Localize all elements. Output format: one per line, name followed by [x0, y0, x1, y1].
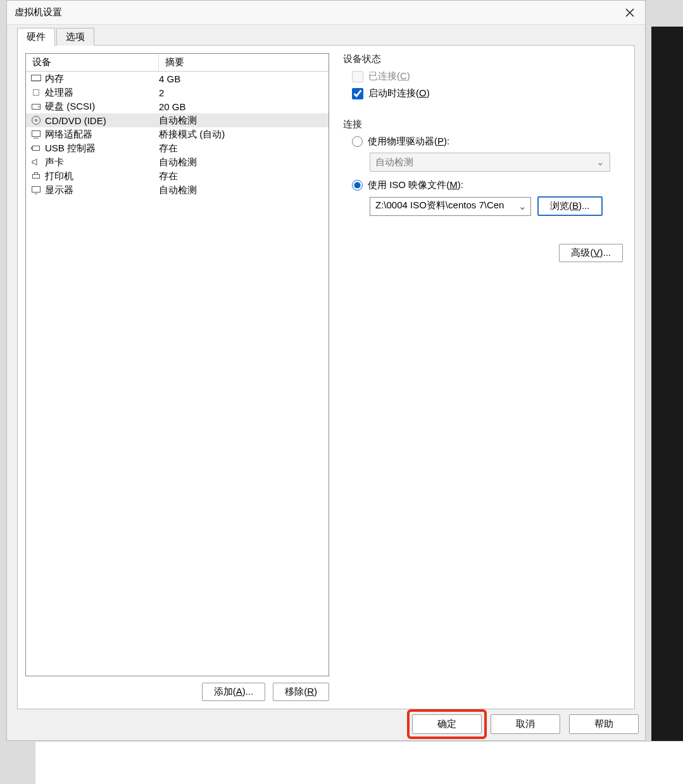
device-summary: 存在 — [159, 142, 325, 155]
device-status-group: 设备状态 已连接(C) 启动时连接(O) — [343, 53, 623, 104]
device-row[interactable]: 网络适配器桥接模式 (自动) — [26, 127, 329, 141]
tabs: 硬件 选项 — [7, 25, 645, 45]
titlebar: 虚拟机设置 — [7, 1, 645, 25]
iso-file-label: 使用 ISO 映像文件(M): — [368, 179, 463, 191]
connect-at-poweron-row[interactable]: 启动时连接(O) — [352, 87, 623, 99]
device-row[interactable]: 处理器2 — [26, 85, 329, 99]
device-row[interactable]: 打印机存在 — [26, 169, 329, 183]
svg-rect-9 — [33, 175, 40, 179]
cancel-button[interactable]: 取消 — [491, 714, 560, 734]
tab-hardware[interactable]: 硬件 — [17, 28, 55, 46]
browse-button[interactable]: 浏览(B)... — [537, 196, 603, 216]
svg-rect-10 — [35, 173, 38, 175]
device-name: 声卡 — [45, 156, 159, 168]
device-summary: 自动检测 — [159, 115, 325, 127]
dialog-footer: 确定 取消 帮助 — [7, 714, 645, 740]
device-name: 内存 — [45, 73, 159, 85]
connect-at-poweron-checkbox[interactable] — [352, 88, 363, 99]
device-row[interactable]: CD/DVD (IDE)自动检测 — [26, 113, 329, 127]
physical-drive-label: 使用物理驱动器(P): — [368, 136, 449, 148]
svg-rect-0 — [32, 75, 41, 81]
device-name: 网络适配器 — [45, 129, 159, 141]
device-name: CD/DVD (IDE) — [45, 115, 159, 126]
physical-drive-radio[interactable] — [352, 136, 363, 147]
device-row[interactable]: 硬盘 (SCSI)20 GB — [26, 99, 329, 113]
device-name: USB 控制器 — [45, 142, 159, 155]
svg-rect-1 — [34, 90, 39, 96]
sound-icon — [30, 156, 42, 168]
connected-checkbox-row: 已连接(C) — [352, 70, 623, 82]
iso-file-radio-row[interactable]: 使用 ISO 映像文件(M): — [352, 179, 623, 191]
right-column: 设备状态 已连接(C) 启动时连接(O) — [339, 53, 627, 701]
add-button[interactable]: 添加(A)... — [202, 683, 266, 701]
tab-panel: 设备 摘要 内存4 GB处理器2硬盘 (SCSI)20 GBCD/DVD (ID… — [17, 45, 635, 709]
close-icon — [625, 8, 634, 17]
vm-settings-dialog: 虚拟机设置 硬件 选项 设备 摘要 内存4 GB处理器2硬盘 (SCSI)20 … — [6, 0, 646, 741]
svg-rect-7 — [33, 146, 40, 151]
iso-file-radio[interactable] — [352, 180, 363, 191]
help-button[interactable]: 帮助 — [569, 714, 639, 734]
connect-at-poweron-label: 启动时连接(O) — [368, 87, 430, 99]
device-summary: 4 GB — [159, 73, 325, 84]
left-column: 设备 摘要 内存4 GB处理器2硬盘 (SCSI)20 GBCD/DVD (ID… — [25, 53, 329, 701]
disc-icon — [30, 114, 42, 127]
device-table-header: 设备 摘要 — [26, 54, 329, 72]
ok-button[interactable]: 确定 — [412, 714, 482, 734]
display-icon — [30, 184, 42, 196]
connection-group: 连接 使用物理驱动器(P): 自动检测 ⌄ — [343, 118, 623, 224]
device-summary: 20 GB — [159, 101, 325, 112]
device-summary: 2 — [159, 87, 325, 98]
background-dark-strip — [651, 27, 683, 784]
svg-rect-8 — [32, 148, 33, 149]
svg-rect-11 — [32, 187, 41, 193]
device-name: 硬盘 (SCSI) — [45, 101, 159, 113]
device-row[interactable]: 显示器自动检测 — [26, 183, 329, 197]
col-header-summary[interactable]: 摘要 — [159, 54, 329, 71]
connected-checkbox — [352, 71, 363, 82]
chevron-down-icon: ⌄ — [518, 201, 527, 212]
usb-icon — [30, 142, 42, 155]
device-status-title: 设备状态 — [343, 53, 623, 65]
device-row[interactable]: USB 控制器存在 — [26, 141, 329, 155]
remove-button[interactable]: 移除(R) — [273, 683, 329, 701]
svg-point-5 — [35, 120, 37, 122]
col-header-device[interactable]: 设备 — [26, 54, 159, 71]
device-table-body: 内存4 GB处理器2硬盘 (SCSI)20 GBCD/DVD (IDE)自动检测… — [26, 72, 329, 676]
device-name: 处理器 — [45, 87, 159, 99]
device-summary: 自动检测 — [159, 156, 325, 168]
physical-drive-radio-row[interactable]: 使用物理驱动器(P): — [352, 136, 623, 148]
device-name: 显示器 — [45, 184, 159, 196]
net-icon — [30, 128, 42, 141]
chevron-down-icon: ⌄ — [596, 156, 605, 168]
physical-drive-select: 自动检测 ⌄ — [370, 153, 610, 172]
device-table: 设备 摘要 内存4 GB处理器2硬盘 (SCSI)20 GBCD/DVD (ID… — [25, 53, 329, 676]
cpu-icon — [30, 86, 42, 99]
svg-point-4 — [32, 117, 41, 125]
window-title: 虚拟机设置 — [15, 6, 62, 18]
device-summary: 桥接模式 (自动) — [159, 129, 325, 141]
svg-rect-6 — [32, 131, 41, 137]
hdd-icon — [30, 100, 42, 113]
iso-path-combobox[interactable]: Z:\0004 ISO资料\centos 7\Cen ⌄ — [370, 197, 531, 216]
memory-icon — [30, 72, 42, 85]
table-buttons: 添加(A)... 移除(R) — [25, 683, 329, 701]
device-row[interactable]: 内存4 GB — [26, 72, 329, 85]
connection-title: 连接 — [343, 118, 623, 130]
close-button[interactable] — [621, 4, 639, 22]
svg-point-3 — [38, 106, 39, 108]
advanced-row: 高级(V)... — [343, 244, 623, 262]
device-name: 打印机 — [45, 170, 159, 182]
device-row[interactable]: 声卡自动检测 — [26, 155, 329, 169]
connected-label: 已连接(C) — [368, 70, 410, 82]
background-bottom-strip — [35, 741, 683, 784]
printer-icon — [30, 170, 42, 182]
tab-options[interactable]: 选项 — [56, 28, 94, 46]
advanced-button[interactable]: 高级(V)... — [559, 244, 623, 262]
device-summary: 存在 — [159, 170, 325, 182]
device-summary: 自动检测 — [159, 184, 325, 196]
